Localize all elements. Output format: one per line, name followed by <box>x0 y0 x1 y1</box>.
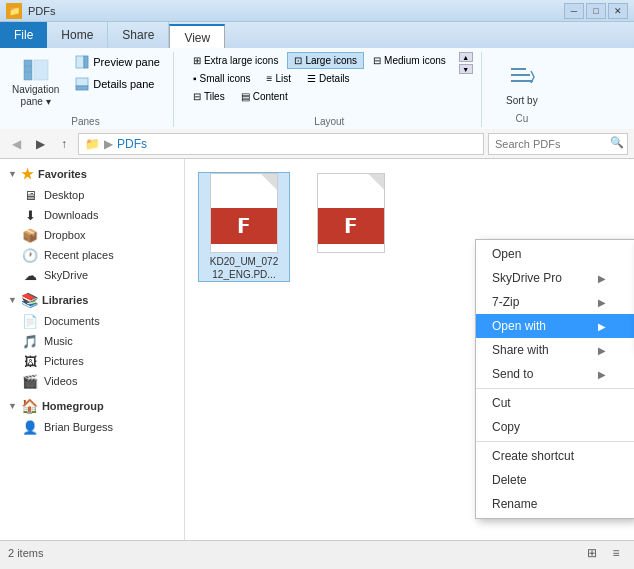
details-pane-icon <box>74 76 90 92</box>
search-icon: 🔍 <box>610 136 624 149</box>
context-send-to[interactable]: Send to ▶ <box>476 362 634 386</box>
tab-share[interactable]: Share <box>108 22 169 48</box>
medium-icons-button[interactable]: ⊟ Medium icons <box>366 52 453 69</box>
window-controls: ─ □ ✕ <box>564 3 628 19</box>
sort-group-label: Cu <box>515 113 528 124</box>
folder-icon: 📁 <box>85 137 100 151</box>
homegroup-header[interactable]: ▼ 🏠 Homegroup <box>0 395 184 417</box>
pictures-icon: 🖼 <box>22 353 38 369</box>
context-create-shortcut-label: Create shortcut <box>492 449 574 463</box>
7zip-arrow: ▶ <box>598 297 606 308</box>
sidebar-item-recent[interactable]: 🕐 Recent places <box>0 245 184 265</box>
context-create-shortcut[interactable]: Create shortcut <box>476 444 634 468</box>
context-share-with[interactable]: Share with ▶ <box>476 338 634 362</box>
svg-rect-5 <box>84 56 88 68</box>
context-copy[interactable]: Copy <box>476 415 634 439</box>
homegroup-chevron: ▼ <box>8 401 17 411</box>
sidebar-item-dropbox[interactable]: 📦 Dropbox <box>0 225 184 245</box>
music-label: Music <box>44 335 73 347</box>
context-open-with[interactable]: Open with ▶ <box>476 314 634 338</box>
context-sep-2 <box>476 441 634 442</box>
navigation-pane-button[interactable]: Navigationpane ▾ <box>6 52 65 112</box>
list-view-button[interactable]: ≡ <box>606 545 626 561</box>
context-cut[interactable]: Cut <box>476 391 634 415</box>
pdf-icon-2: 𝗙 <box>317 173 385 253</box>
sort-by-button[interactable]: Sort by <box>498 55 546 111</box>
context-menu: Open SkyDrive Pro ▶ 7-Zip ▶ Open with ▶ … <box>475 239 634 519</box>
panes-small-buttons: Preview pane Details pane <box>69 52 165 94</box>
details-button[interactable]: ☰ Details <box>300 70 357 87</box>
maximize-button[interactable]: □ <box>586 3 606 19</box>
nav-pane-label: Navigationpane ▾ <box>12 84 59 108</box>
context-cut-label: Cut <box>492 396 511 410</box>
context-open[interactable]: Open <box>476 242 634 266</box>
music-icon: 🎵 <box>22 333 38 349</box>
extra-large-icons-button[interactable]: ⊞ Extra large icons <box>186 52 285 69</box>
context-open-with-label: Open with <box>492 319 546 333</box>
sidebar-item-desktop[interactable]: 🖥 Desktop <box>0 185 184 205</box>
content-button[interactable]: ▤ Content <box>234 88 295 105</box>
sidebar-item-downloads[interactable]: ⬇ Downloads <box>0 205 184 225</box>
ribbon-content: Navigationpane ▾ Preview pane <box>0 48 634 129</box>
details-pane-button[interactable]: Details pane <box>69 74 165 94</box>
pdf-icon-1: 𝗙 <box>210 173 278 253</box>
recent-label: Recent places <box>44 249 114 261</box>
tab-view[interactable]: View <box>169 24 225 48</box>
sidebar-item-pictures[interactable]: 🖼 Pictures <box>0 351 184 371</box>
sort-by-label: Sort by <box>506 95 538 107</box>
context-7zip[interactable]: 7-Zip ▶ <box>476 290 634 314</box>
up-button[interactable]: ↑ <box>54 134 74 154</box>
videos-label: Videos <box>44 375 77 387</box>
path-pdfs[interactable]: PDFs <box>117 137 147 151</box>
sidebar-item-videos[interactable]: 🎬 Videos <box>0 371 184 391</box>
file-icon-2[interactable]: 𝗙 <box>306 173 396 255</box>
context-share-with-label: Share with <box>492 343 549 357</box>
file-area[interactable]: 𝗙 KD20_UM_07212_ENG.PD... 𝗙 Open SkyDriv… <box>185 159 634 540</box>
downloads-label: Downloads <box>44 209 98 221</box>
ribbon-group-sort: Sort by Cu <box>494 52 550 127</box>
title-bar: 📁 PDFs ─ □ ✕ <box>0 0 634 22</box>
grid-view-button[interactable]: ⊞ <box>582 545 602 561</box>
pictures-label: Pictures <box>44 355 84 367</box>
svg-rect-0 <box>24 60 32 80</box>
large-icons-button[interactable]: ⊡ Large icons <box>287 52 364 69</box>
list-button[interactable]: ≡ List <box>260 70 298 87</box>
libraries-chevron: ▼ <box>8 295 17 305</box>
sidebar-item-skydrive[interactable]: ☁ SkyDrive <box>0 265 184 285</box>
small-icons-button[interactable]: ▪ Small icons <box>186 70 258 87</box>
tiles-label: Tiles <box>204 91 225 102</box>
context-delete[interactable]: Delete <box>476 468 634 492</box>
item-count: 2 items <box>8 547 43 559</box>
sidebar-item-brian[interactable]: 👤 Brian Burgess <box>0 417 184 437</box>
sidebar-item-music[interactable]: 🎵 Music <box>0 331 184 351</box>
context-skydrive[interactable]: SkyDrive Pro ▶ <box>476 266 634 290</box>
tab-file[interactable]: File <box>0 22 47 48</box>
tab-home[interactable]: Home <box>47 22 108 48</box>
pdf-fold-2 <box>368 174 384 190</box>
preview-pane-button[interactable]: Preview pane <box>69 52 165 72</box>
close-button[interactable]: ✕ <box>608 3 628 19</box>
search-input[interactable] <box>488 133 628 155</box>
file-icon-1[interactable]: 𝗙 KD20_UM_07212_ENG.PD... <box>199 173 289 281</box>
layout-scroll-up[interactable]: ▲ <box>459 52 473 62</box>
ribbon-tabs: File Home Share View <box>0 22 634 48</box>
nav-pane-icon <box>22 56 50 84</box>
details-label: Details <box>319 73 350 84</box>
open-with-arrow: ▶ <box>598 321 606 332</box>
back-button[interactable]: ◀ <box>6 134 26 154</box>
context-rename[interactable]: Rename <box>476 492 634 516</box>
context-sep-1 <box>476 388 634 389</box>
favorites-header[interactable]: ▼ ★ Favorites <box>0 163 184 185</box>
libraries-header[interactable]: ▼ 📚 Libraries <box>0 289 184 311</box>
layout-scroll-down[interactable]: ▼ <box>459 64 473 74</box>
ribbon-group-panes: Navigationpane ▾ Preview pane <box>6 52 174 127</box>
minimize-button[interactable]: ─ <box>564 3 584 19</box>
sidebar-item-documents[interactable]: 📄 Documents <box>0 311 184 331</box>
forward-button[interactable]: ▶ <box>30 134 50 154</box>
pdf-logo-2: 𝗙 <box>344 214 358 238</box>
window-icon: 📁 <box>6 3 22 19</box>
address-path[interactable]: 📁 ▶ PDFs <box>78 133 484 155</box>
desktop-icon: 🖥 <box>22 187 38 203</box>
desktop-label: Desktop <box>44 189 84 201</box>
tiles-button[interactable]: ⊟ Tiles <box>186 88 232 105</box>
